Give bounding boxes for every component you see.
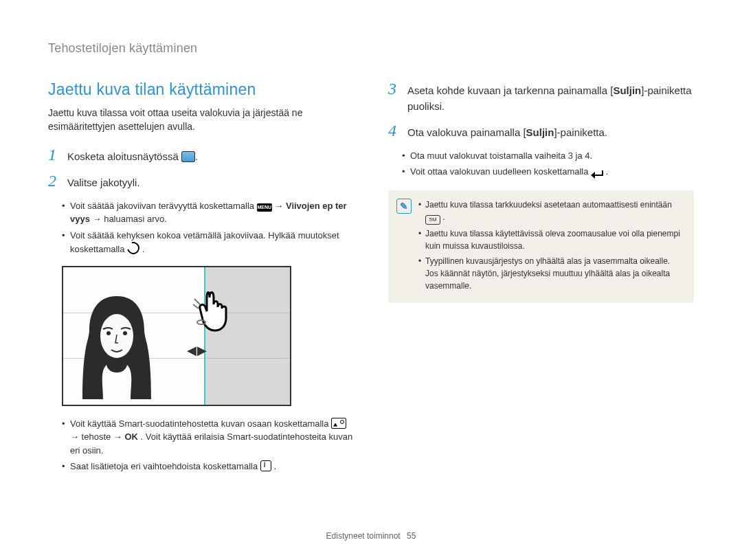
text: Jaettu kuva tilassa tarkkuudeksi aseteta… bbox=[425, 200, 672, 210]
note-item: Jaettu kuva tilassa käytettävissä oleva … bbox=[418, 227, 684, 252]
step-body: Ota valokuva painamalla [Suljin]-painike… bbox=[407, 122, 694, 141]
step-number: 1 bbox=[48, 146, 59, 163]
svg-point-2 bbox=[123, 331, 127, 335]
image-effect-icon bbox=[331, 418, 346, 429]
text: Voit käyttää Smart-suodatintehostetta ku… bbox=[70, 418, 331, 429]
step-number: 2 bbox=[48, 172, 59, 189]
note-item: Tyypillinen kuvausjärjestys on ylhäältä … bbox=[418, 255, 684, 292]
text: Voit ottaa valokuvan uudelleen koskettam… bbox=[410, 166, 591, 177]
face-icon bbox=[76, 289, 158, 402]
text: Ota valokuva painamalla [ bbox=[407, 126, 526, 138]
footer-section: Edistyneet toiminnot bbox=[326, 531, 401, 541]
text: Voit säätää jakoviivan terävyyttä kosket… bbox=[70, 201, 257, 211]
button-name: Suljin bbox=[526, 126, 554, 138]
breadcrumb: Tehostetilojen käyttäminen bbox=[48, 41, 694, 56]
step2-sub-item: Voit käyttää Smart-suodatintehostetta ku… bbox=[62, 417, 354, 458]
step-4: 4 Ota valokuva painamalla [Suljin]-paini… bbox=[388, 122, 694, 141]
left-column: Jaettu kuva tilan käyttäminen Jaettu kuv… bbox=[48, 80, 354, 482]
refresh-icon bbox=[125, 240, 142, 257]
step1-text: Kosketa aloitusnäytössä bbox=[67, 150, 181, 162]
text: Aseta kohde kuvaan ja tarkenna painamall… bbox=[407, 85, 613, 96]
manual-page: Tehostetilojen käyttäminen Jaettu kuva t… bbox=[0, 0, 742, 560]
note-icon: ✎ bbox=[396, 199, 412, 214]
step2-sub-item: Voit säätää kehyksen kokoa vetämällä jak… bbox=[62, 229, 354, 256]
step-body: Valitse jakotyyli. bbox=[67, 172, 354, 191]
step-number: 4 bbox=[388, 122, 399, 139]
step-number: 3 bbox=[388, 80, 399, 97]
page-footer: Edistyneet toiminnot 55 bbox=[0, 531, 742, 541]
text: . bbox=[273, 461, 276, 471]
text: Saat lisätietoja eri vaihtoehdoista kosk… bbox=[70, 461, 260, 471]
drag-arrows-icon: ◀ ▶ bbox=[187, 343, 205, 358]
text: . bbox=[142, 244, 145, 254]
section-title: Jaettu kuva tilan käyttäminen bbox=[48, 80, 354, 99]
info-icon bbox=[260, 460, 271, 471]
touch-gesture-icon bbox=[190, 281, 245, 339]
arrow-icon: → bbox=[274, 201, 286, 211]
step-body: Kosketa aloitusnäytössä . bbox=[67, 146, 354, 165]
note-list: Jaettu kuva tilassa tarkkuudeksi aseteta… bbox=[418, 199, 684, 292]
right-column: 3 Aseta kohde kuvaan ja tarkenna painama… bbox=[388, 80, 694, 482]
text: . bbox=[442, 212, 445, 222]
return-icon bbox=[591, 167, 603, 181]
step4-sub-item: Voit ottaa valokuvan uudelleen koskettam… bbox=[402, 165, 694, 181]
step4-sub-item: Ota muut valokuvat toistamalla vaiheita … bbox=[402, 149, 694, 163]
content-columns: Jaettu kuva tilan käyttäminen Jaettu kuv… bbox=[48, 80, 694, 482]
step-2: 2 Valitse jakotyyli. bbox=[48, 172, 354, 191]
note-item: Jaettu kuva tilassa tarkkuudeksi aseteta… bbox=[418, 199, 684, 225]
button-name: Suljin bbox=[613, 85, 641, 96]
svg-point-1 bbox=[106, 331, 111, 335]
step2-sub-item: Voit säätää jakoviivan terävyyttä kosket… bbox=[62, 199, 354, 226]
split-shot-illustration: ◀ ▶ bbox=[62, 266, 291, 406]
step2-sub-item: Saat lisätietoja eri vaihtoehdoista kosk… bbox=[62, 460, 354, 473]
step-3: 3 Aseta kohde kuvaan ja tarkenna painama… bbox=[388, 80, 694, 114]
note-box: ✎ Jaettu kuva tilassa tarkkuudeksi asete… bbox=[388, 190, 694, 303]
step4-sublist: Ota muut valokuvat toistamalla vaiheita … bbox=[388, 149, 694, 181]
text: Voit säätää kehyksen kokoa vetämällä jak… bbox=[70, 230, 339, 255]
step2-text: Valitse jakotyyli. bbox=[67, 177, 140, 188]
mode-icon bbox=[181, 151, 195, 162]
step-1: 1 Kosketa aloitusnäytössä . bbox=[48, 146, 354, 165]
text: . bbox=[606, 166, 609, 177]
text: → haluamasi arvo. bbox=[93, 214, 167, 224]
text: ]-painiketta. bbox=[554, 126, 607, 138]
page-number: 55 bbox=[407, 531, 416, 541]
step-body: Aseta kohde kuvaan ja tarkenna painamall… bbox=[407, 80, 694, 114]
intro-paragraph: Jaettu kuva tilassa voit ottaa useita va… bbox=[48, 106, 354, 134]
ok-icon: OK bbox=[124, 430, 138, 444]
text: → tehoste → bbox=[70, 432, 124, 442]
step2-sublist-2: Voit käyttää Smart-suodatintehostetta ku… bbox=[48, 417, 354, 473]
step2-sublist: Voit säätää jakoviivan terävyyttä kosket… bbox=[48, 199, 354, 256]
menu-icon: MENU bbox=[257, 203, 272, 212]
resolution-badge: 5M bbox=[425, 215, 440, 225]
